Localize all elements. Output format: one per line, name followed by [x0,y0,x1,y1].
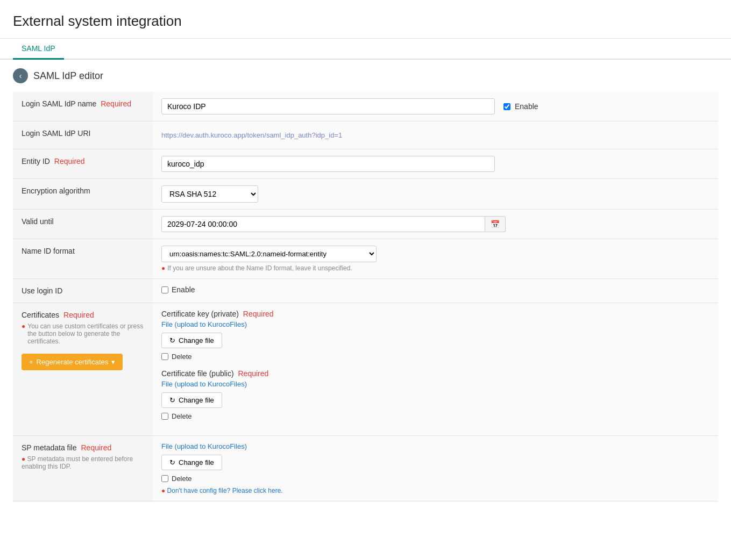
editor-header: ‹ SAML IdP editor [13,68,718,83]
regenerate-certificates-button[interactable]: + Regenerate certificates ▾ [22,354,123,370]
row-use-login-id: Use login ID Enable [13,279,718,303]
label-valid-until: Valid until [13,210,153,239]
input-cell-login-saml-name: Enable [153,92,718,121]
row-entity-id: Entity ID Required [13,149,718,179]
cert-private-title: Certificate key (private) Required [161,310,709,318]
public-cert-delete-checkbox[interactable] [161,413,168,420]
editor-title: SAML IdP editor [33,70,103,82]
label-certificates: Certificates Required ● You can use cust… [13,303,153,436]
required-sp-metadata: Required [81,443,111,452]
use-login-id-checkbox[interactable] [161,286,168,293]
cert-private-section: Certificate key (private) Required File … [161,310,709,361]
sp-meta-hint-icon: ● [22,455,25,463]
private-key-delete-checkbox[interactable] [161,353,168,360]
enable-saml-name-checkbox[interactable] [503,103,510,110]
back-button[interactable]: ‹ [13,68,28,83]
sp-metadata-change-button[interactable]: ↻ Change file [161,455,222,470]
page-header: External system integration [0,0,731,39]
row-sp-metadata: SP metadata file Required ● SP metadata … [13,436,718,501]
label-sp-metadata: SP metadata file Required ● SP metadata … [13,436,153,501]
form-table: Login SAML IdP name Required Enable Logi… [13,92,718,501]
label-login-saml-name: Login SAML IdP name Required [13,92,153,121]
label-name-id-format: Name ID format [13,239,153,279]
input-cell-valid-until: 📅 [153,210,718,239]
valid-until-input[interactable] [161,216,485,232]
row-login-saml-uri: Login SAML IdP URI https://dev.auth.kuro… [13,121,718,149]
use-login-id-label[interactable]: Enable [161,285,709,294]
private-key-delete-row: Delete [161,353,709,361]
cert-hint-icon: ● [22,322,25,345]
cert-public-title: Certificate file (public) Required [161,369,709,378]
cert-public-section: Certificate file (public) Required File … [161,369,709,420]
entity-id-input[interactable] [161,156,495,172]
login-saml-name-input[interactable] [161,98,495,114]
required-login-saml-name: Required [101,99,131,108]
login-saml-uri-value: https://dev.auth.kuroco.app/token/saml_i… [161,128,709,142]
calendar-button[interactable]: 📅 [485,216,506,232]
enable-saml-name-label[interactable]: Enable [503,102,538,111]
row-certificates: Certificates Required ● You can use cust… [13,303,718,436]
cert-hint: ● You can use custom certificates or pre… [22,322,144,345]
label-encryption: Encryption algorithm [13,179,153,210]
public-cert-change-button[interactable]: ↻ Change file [161,392,222,408]
tab-bar: SAML IdP [0,39,731,60]
page-title: External system integration [13,13,718,30]
label-login-saml-uri: Login SAML IdP URI [13,121,153,149]
private-key-upload-link[interactable]: File (upload to KurocoFiles) [161,320,709,328]
row-name-id-format: Name ID format urn:oasis:names:tc:SAML:2… [13,239,718,279]
input-cell-entity-id [153,149,718,179]
input-cell-sp-metadata: File (upload to KurocoFiles) ↻ Change fi… [153,436,718,501]
required-public-cert: Required [238,369,269,378]
row-login-saml-name: Login SAML IdP name Required Enable [13,92,718,121]
input-cell-name-id-format: urn:oasis:names:tc:SAML:2.0:nameid-forma… [153,239,718,279]
editor-container: ‹ SAML IdP editor Login SAML IdP name Re… [0,60,731,510]
required-entity-id: Required [54,157,85,166]
required-certificates: Required [63,311,94,319]
input-cell-login-saml-uri: https://dev.auth.kuroco.app/token/saml_i… [153,121,718,149]
chevron-down-icon: ▾ [111,358,115,366]
no-config-hint[interactable]: ● Don't have config file? Please click h… [161,487,709,494]
plus-icon: + [29,358,33,366]
sp-metadata-delete-checkbox[interactable] [161,475,168,482]
input-cell-use-login-id: Enable [153,279,718,303]
refresh-icon-sp: ↻ [169,458,175,466]
label-entity-id: Entity ID Required [13,149,153,179]
private-key-change-button[interactable]: ↻ Change file [161,333,222,348]
row-valid-until: Valid until 📅 [13,210,718,239]
name-id-format-select[interactable]: urn:oasis:names:tc:SAML:2.0:nameid-forma… [161,246,377,262]
refresh-icon-private: ↻ [169,336,175,344]
public-cert-delete-row: Delete [161,412,709,420]
name-id-hint: ● If you are unsure about the Name ID fo… [161,264,709,272]
sp-metadata-delete-row: Delete [161,475,709,483]
tab-saml-idp[interactable]: SAML IdP [13,39,64,60]
input-cell-certificates: Certificate key (private) Required File … [153,303,718,436]
sp-meta-hint: ● SP metadata must be entered before ena… [22,455,144,470]
public-cert-upload-link[interactable]: File (upload to KurocoFiles) [161,380,709,388]
hint-icon-name-id: ● [161,264,165,272]
input-cell-encryption: RSA SHA 256 RSA SHA 512 RSA SHA 1 [153,179,718,210]
no-config-hint-icon: ● [161,487,165,494]
calendar-icon: 📅 [491,220,500,228]
row-encryption: Encryption algorithm RSA SHA 256 RSA SHA… [13,179,718,210]
sp-metadata-upload-link[interactable]: File (upload to KurocoFiles) [161,442,709,450]
label-use-login-id: Use login ID [13,279,153,303]
encryption-select[interactable]: RSA SHA 256 RSA SHA 512 RSA SHA 1 [161,185,258,203]
refresh-icon-public: ↻ [169,396,175,404]
required-private-key: Required [243,310,274,318]
